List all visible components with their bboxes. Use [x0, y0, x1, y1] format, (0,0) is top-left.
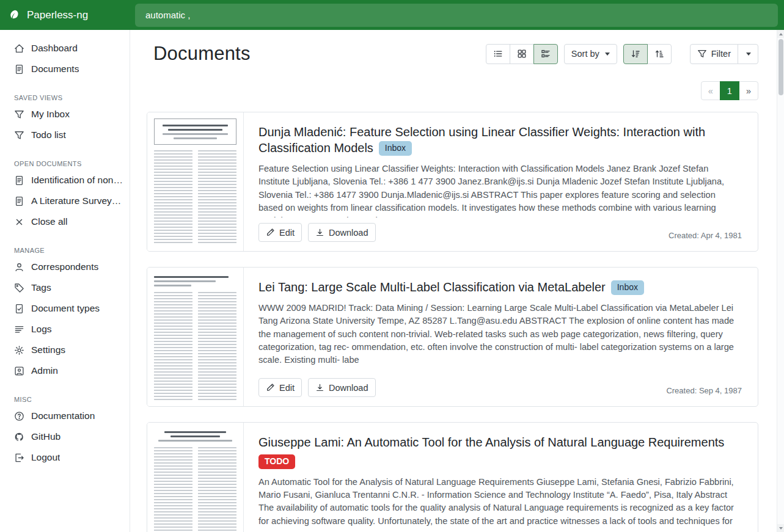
document-title-link[interactable]: Lei Tang: Large Scale Multi-Label Classi…	[258, 279, 742, 295]
main-content: Documents	[130, 30, 777, 532]
sidebar-section-misc: MISC	[0, 396, 130, 403]
tag-badge[interactable]: Inbox	[611, 280, 644, 295]
sidebar-item-label: Logs	[31, 324, 52, 335]
scrollbar-thumb[interactable]	[779, 39, 783, 95]
filter-button-group: Filter	[690, 44, 758, 64]
sort-down-icon	[631, 49, 640, 59]
sidebar-item-label: My Inbox	[31, 109, 70, 120]
sidebar-item-correspondents[interactable]: Correspondents	[0, 257, 130, 277]
logs-icon	[14, 324, 24, 335]
sidebar-item-documentation[interactable]: Documentation	[0, 406, 130, 426]
documents-icon	[14, 64, 24, 75]
created-date: Created: Apr 4, 1981	[669, 231, 742, 240]
sort-alpha-button[interactable]	[647, 44, 672, 64]
sidebar-item-my-inbox[interactable]: My Inbox	[0, 104, 130, 125]
document-thumbnail[interactable]	[147, 423, 244, 532]
sidebar-item-label: Logout	[31, 452, 60, 463]
sidebar-item-label: Documents	[31, 64, 79, 75]
scroll-down-arrow-icon[interactable]	[777, 524, 784, 532]
sidebar-item-admin[interactable]: Admin	[0, 360, 130, 381]
pagination-page-1[interactable]: 1	[720, 81, 739, 100]
sidebar-item-logout[interactable]: Logout	[0, 447, 130, 468]
top-navbar: Paperless-ng	[0, 0, 784, 30]
app-brand[interactable]: Paperless-ng	[0, 0, 130, 30]
tag-badge[interactable]: Inbox	[379, 141, 412, 156]
sidebar-section-saved-views: SAVED VIEWS	[0, 94, 130, 101]
admin-icon	[14, 366, 24, 376]
sidebar-item-label: GitHub	[31, 431, 60, 442]
sidebar-item-logs[interactable]: Logs	[0, 319, 130, 340]
document-title-link[interactable]: Dunja Mladenić: Feature Selection using …	[258, 124, 742, 156]
logout-icon	[14, 453, 24, 463]
sidebar-item-close-all[interactable]: Close all	[0, 211, 130, 232]
sidebar-item-github[interactable]: GitHub	[0, 426, 130, 447]
document-types-icon	[14, 304, 24, 314]
global-search-input[interactable]	[135, 4, 778, 27]
sidebar-section-manage: MANAGE	[0, 247, 130, 254]
sidebar-item-open-document-2[interactable]: A Literature Survey on ...	[0, 191, 130, 211]
created-date: Created: Sep 4, 1987	[666, 386, 742, 395]
dashboard-icon	[14, 43, 24, 54]
search-bar	[130, 0, 784, 30]
saved-view-icon	[14, 109, 24, 120]
sort-direction-group	[623, 44, 672, 64]
filter-funnel-icon	[697, 49, 707, 59]
vertical-scrollbar[interactable]	[777, 30, 784, 532]
download-button[interactable]: Download	[308, 378, 376, 397]
document-excerpt: WWW 2009 MADRID! Track: Data Mining / Se…	[258, 302, 742, 373]
document-card: Lei Tang: Large Scale Multi-Label Classi…	[147, 267, 758, 407]
document-card: Dunja Mladenić: Feature Selection using …	[147, 112, 758, 252]
settings-icon	[14, 345, 24, 355]
detail-view-button[interactable]	[533, 44, 558, 64]
download-icon	[315, 228, 324, 237]
grid-view-button[interactable]	[510, 44, 534, 64]
view-toggle-group	[486, 44, 558, 64]
github-icon	[14, 432, 24, 442]
sort-by-dropdown[interactable]: Sort by	[564, 44, 617, 64]
download-label: Download	[329, 228, 368, 238]
sidebar-item-tags[interactable]: Tags	[0, 277, 130, 298]
document-thumbnail[interactable]	[147, 268, 244, 406]
pagination: « 1 »	[147, 81, 758, 100]
sidebar-item-label: Dashboard	[31, 43, 78, 54]
edit-button[interactable]: Edit	[258, 378, 302, 397]
open-document-icon	[14, 196, 24, 206]
open-document-icon	[14, 175, 24, 186]
sidebar-section-open-documents: OPEN DOCUMENTS	[0, 160, 130, 167]
page-title: Documents	[153, 43, 251, 65]
app-title: Paperless-ng	[27, 9, 88, 21]
sidebar-item-documents[interactable]: Documents	[0, 59, 130, 79]
correspondents-icon	[14, 262, 24, 272]
scroll-up-arrow-icon[interactable]	[777, 30, 784, 38]
sidebar-item-document-types[interactable]: Document types	[0, 298, 130, 319]
filter-label: Filter	[711, 49, 731, 59]
close-icon	[14, 217, 24, 227]
paperless-logo-icon	[9, 9, 21, 21]
document-thumbnail[interactable]	[147, 112, 244, 251]
tag-badge[interactable]: TODO	[258, 454, 295, 469]
document-title-link[interactable]: Giuseppe Lami: An Automatic Tool for the…	[258, 434, 742, 450]
sidebar-item-label: Identification of non-fu...	[31, 175, 123, 186]
pagination-next-button[interactable]: »	[739, 81, 758, 100]
sidebar-item-label: Tags	[31, 282, 51, 293]
sidebar-item-settings[interactable]: Settings	[0, 340, 130, 360]
pagination-prev-button[interactable]: «	[701, 81, 720, 100]
document-excerpt: An Automatic Tool for the Analysis of Na…	[258, 476, 742, 528]
edit-label: Edit	[279, 228, 295, 238]
filter-caret-button[interactable]	[738, 44, 758, 64]
sidebar-item-label: A Literature Survey on ...	[31, 195, 123, 206]
sidebar-item-todo-list[interactable]: Todo list	[0, 125, 130, 145]
sidebar-item-dashboard[interactable]: Dashboard	[0, 38, 130, 59]
sidebar-item-label: Admin	[31, 365, 58, 376]
download-button[interactable]: Download	[308, 223, 376, 242]
sort-alpha-up-icon	[654, 49, 664, 59]
sort-descending-button[interactable]	[623, 44, 648, 64]
document-card: Giuseppe Lami: An Automatic Tool for the…	[147, 422, 758, 532]
sidebar-item-open-document-1[interactable]: Identification of non-fu...	[0, 170, 130, 191]
document-title: Dunja Mladenić: Feature Selection using …	[258, 125, 705, 155]
edit-button[interactable]: Edit	[258, 223, 302, 242]
filter-button[interactable]: Filter	[690, 44, 738, 64]
list-view-button[interactable]	[486, 44, 510, 64]
detail-view-icon	[541, 49, 551, 59]
sidebar: Dashboard Documents SAVED VIEWS My Inbox…	[0, 30, 130, 532]
